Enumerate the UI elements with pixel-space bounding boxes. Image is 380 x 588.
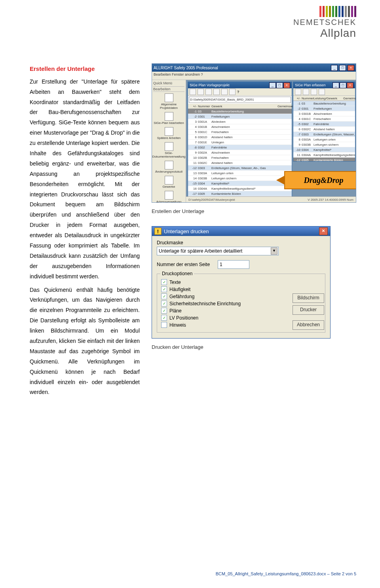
table-row[interactable]: 80303ALeitungen orten (293, 137, 355, 142)
win1-max[interactable]: □ (276, 82, 283, 88)
quickmenu-icon (165, 191, 173, 200)
col-header[interactable]: Gewerk (211, 105, 277, 108)
table-row[interactable]: 160304AKampfmittelbeseitigungsdienst* (188, 186, 292, 191)
col-header[interactable]: +/- (188, 105, 198, 108)
table-row[interactable]: -120303Erdleitungen (Strom, Wasser, Ab-,… (188, 166, 292, 171)
dialog-title: Unterlagen drucken (164, 228, 209, 234)
win2-min[interactable]: _ (332, 82, 339, 88)
table-row[interactable]: 90303BLeitungen sichern (293, 142, 355, 147)
app-titlebar[interactable]: ALLRIGHT Safety 2005 Professional _ □ × (152, 64, 356, 72)
quickmenu: Quick Menü Bearbeiten Allgemeine Projekt… (152, 80, 186, 203)
quickmenu-label: Adressverwaltung (156, 200, 182, 203)
toolbar-button[interactable] (319, 89, 325, 95)
screen-button[interactable]: Bildschirm (293, 293, 324, 303)
table-row[interactable]: 100302BFreischalten (188, 155, 292, 160)
minimize-button[interactable]: _ (331, 65, 338, 71)
checkbox-option[interactable]: ✓Texte (161, 279, 321, 285)
table-row[interactable]: 110302CAbstand halten (188, 160, 292, 166)
win2-max[interactable]: □ (340, 82, 346, 88)
help-icon[interactable]: ? (237, 90, 239, 94)
col-header[interactable]: Gemeinsamkeit (277, 105, 292, 108)
toolbar-button[interactable] (311, 89, 317, 95)
table-row[interactable]: 90302AAbschranken (188, 150, 292, 155)
table-row[interactable]: -103Baustellenvorbereitung (188, 109, 292, 114)
checkbox-icon: ✓ (161, 322, 167, 328)
quickmenu-icon (165, 112, 173, 121)
win1-close[interactable]: × (283, 82, 290, 88)
checkbox-icon: ✓ (161, 286, 167, 292)
col-header[interactable]: Nummer (198, 105, 211, 108)
table-row[interactable]: -80302Fahrdrähte (188, 145, 292, 150)
status-right: V 2005.237 14.40000.0995 Num (308, 198, 353, 202)
toolbar-button[interactable] (303, 89, 309, 95)
table-row[interactable]: 40301CFreischalten (293, 116, 355, 122)
table-row[interactable]: 40301BAbschranken (188, 124, 292, 129)
table-row[interactable]: 70301EUmlegen (188, 140, 292, 145)
checkbox-option[interactable]: ✓Häufigkeit (161, 286, 321, 292)
col-header[interactable]: +/- (293, 97, 302, 100)
quickmenu-item[interactable]: Änderungsprotokoll (153, 161, 184, 173)
quickmenu-label: SiGe-Dokumentenverwaltung (152, 151, 185, 158)
table-row[interactable]: -100304Kampfmittel* (293, 147, 355, 152)
chevron-down-icon[interactable]: ▼ (271, 247, 277, 255)
article-column: Erstellen der Unterlage Zur Erstellung d… (30, 63, 140, 401)
table-row[interactable]: -50302Fahrdrähte (293, 122, 355, 127)
print-button[interactable]: Drucker (293, 305, 324, 315)
close-button[interactable]: × (348, 65, 354, 71)
table-row[interactable]: -20301Freileitungen (188, 114, 292, 119)
quickmenu-item[interactable]: SiGe-Dokumentenverwaltung (153, 142, 184, 158)
toolbar-button[interactable] (198, 89, 204, 95)
quickmenu-item[interactable]: SiGe-Plan bearbeiten (153, 112, 184, 125)
checkbox-label: Gefährdung (169, 294, 194, 299)
quickmenu-icon (165, 127, 173, 136)
checkbox-option[interactable]: ✓LV Positionen (161, 315, 321, 321)
toolbar-button[interactable] (221, 89, 228, 95)
mask-label: Druckmaske (157, 240, 325, 245)
win1-toolbar: ? (188, 88, 292, 96)
checkbox-icon: ✓ (161, 315, 167, 321)
win2-title: SiGe Plan erfassen (295, 83, 326, 87)
firstpage-input[interactable]: 1 (218, 260, 249, 269)
table-row[interactable]: 30301AAbdecken (188, 119, 292, 124)
quickmenu-item[interactable]: Spätere Arbeiten (153, 127, 184, 140)
dialog-close-button[interactable]: × (319, 227, 328, 235)
brand-product: Allplan (293, 27, 356, 40)
table-row[interactable]: -103Baustellenvorbereitung (293, 101, 355, 106)
quickmenu-item[interactable]: Gewerke (153, 176, 184, 188)
table-row[interactable]: 30301BAbschranken (293, 111, 355, 116)
table-row[interactable]: 60301DAbstand halten (188, 135, 292, 140)
menubar[interactable]: Bearbeiten Fenster anordnen ? (152, 72, 356, 80)
col-header[interactable]: Nummer (302, 97, 314, 100)
mask-combobox[interactable]: Unterlage für spätere Arbeiten detaillie… (157, 247, 279, 255)
table-row[interactable]: -70303Erdleitungen (Strom, Wasser, Ab-, … (293, 132, 355, 137)
article-p1: Zur Erstellung der "Unterlage für später… (30, 77, 140, 282)
quickmenu-item[interactable]: Adressverwaltung (153, 191, 184, 203)
statusbar: D:\safety2005\DAT\Musterprojekt V 2005.2… (186, 196, 356, 202)
table-row[interactable]: -120305Kontaminierte Böden (293, 158, 355, 161)
mdi-window-erfassen[interactable]: SiGe Plan erfassen _□× +/- (293, 82, 355, 162)
brand-logo: NEMETSCHEK Allplan (293, 6, 356, 40)
toolbar-button[interactable] (213, 89, 220, 95)
toolbar-button[interactable] (229, 89, 236, 95)
table-row[interactable]: -20301Freileitungen (293, 106, 355, 111)
table-row[interactable]: 60302CAbstand halten (293, 127, 355, 132)
col-header[interactable]: Leistung/Gewerk (314, 97, 343, 100)
table-row[interactable]: 110304AKampfmittelbeseitigungsdienst* (293, 152, 355, 158)
firstpage-label: Nummer der ersten Seite (157, 262, 210, 267)
toolbar-button[interactable] (295, 89, 301, 95)
cancel-button[interactable]: Abbrechen (293, 320, 324, 330)
table-row[interactable]: 50301CFreischalten (188, 129, 292, 135)
quickmenu-item[interactable]: Allgemeine Projektdaten (153, 93, 184, 110)
toolbar-button[interactable] (190, 89, 196, 95)
checkbox-label: LV Positionen (169, 315, 198, 321)
col-header[interactable]: Gemeinsamkeit (343, 97, 355, 100)
table-row[interactable]: -170305Kontaminierte Böden (188, 191, 292, 196)
dialog-titlebar[interactable]: !Unterlagen drucken × (152, 226, 330, 236)
win2-close[interactable]: × (347, 82, 353, 88)
warning-icon: ! (154, 228, 162, 235)
caption-2: Drucken der Unterlage (152, 344, 356, 350)
maximize-button[interactable]: □ (339, 65, 346, 71)
win1-min[interactable]: _ (269, 82, 276, 88)
toolbar-button[interactable] (205, 89, 212, 95)
checkbox-icon: ✓ (161, 301, 167, 306)
